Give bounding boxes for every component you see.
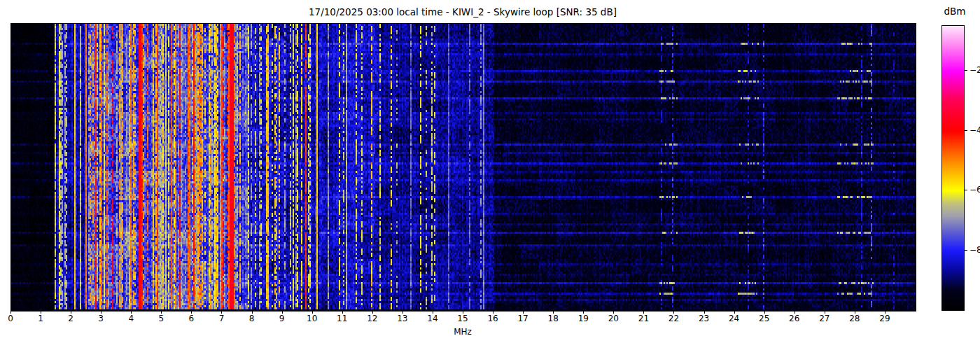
x-tick-label: 19 [569,314,597,323]
colorbar-gradient [942,26,964,310]
x-tick-label: 2 [57,314,85,323]
figure-title: 17/10/2025 03:00 local time - KIWI_2 - S… [10,6,915,18]
x-tick-label: 5 [147,314,175,323]
colorbar-tick-label: −20 [969,65,980,75]
x-tick-label: 25 [750,314,778,323]
x-tick-label: 6 [177,314,205,323]
x-tick-label: 27 [811,314,839,323]
spectrogram-figure: 17/10/2025 03:00 local time - KIWI_2 - S… [0,0,980,350]
x-tick-label: 12 [358,314,386,323]
x-tick-label: 15 [449,314,477,323]
x-tick-label: 1 [27,314,55,323]
x-tick-label: 28 [841,314,869,323]
x-tick-label: 10 [298,314,326,323]
x-tick-label: 16 [479,314,507,323]
x-tick-label: 11 [328,314,356,323]
x-tick-label: 7 [207,314,235,323]
x-tick-label: 3 [87,314,115,323]
x-tick-label: 23 [690,314,718,323]
x-tick-label: 26 [780,314,808,323]
colorbar-unit-label: dBm [937,6,973,17]
x-tick-label: 24 [720,314,748,323]
colorbar [941,25,965,311]
colorbar-tick-label: −80 [969,245,980,255]
x-tick-label: 4 [117,314,145,323]
x-tick-label: 14 [419,314,447,323]
x-tick-label: 0 [0,314,24,323]
colorbar-tick [965,250,967,251]
colorbar-tick [965,190,967,190]
waterfall-plot-area [10,23,916,312]
colorbar-tick-label: −60 [969,185,980,195]
waterfall-canvas [11,24,916,311]
x-tick-label: 22 [659,314,687,323]
x-tick-label: 13 [388,314,416,323]
x-tick-label: 17 [509,314,537,323]
x-tick-label: 9 [268,314,296,323]
colorbar-tick-label: −40 [969,125,980,135]
x-axis-label: MHz [10,327,915,337]
colorbar-tick [965,130,967,131]
x-tick-label: 18 [539,314,567,323]
x-tick-label: 21 [629,314,657,323]
x-tick-label: 8 [238,314,266,323]
x-tick-label: 20 [599,314,627,323]
x-tick-label: 29 [871,314,899,323]
colorbar-tick [965,70,967,71]
